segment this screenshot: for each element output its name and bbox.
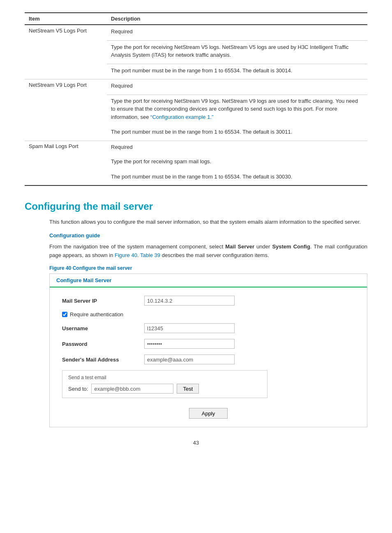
data-table: Item Description NetStream V5 Logs Port …	[25, 12, 367, 186]
username-row: Username	[62, 323, 355, 333]
table39-link[interactable]: Table 39	[140, 252, 160, 258]
row-desc-spam-1: Required	[107, 141, 367, 155]
row-desc-spam-2: Type the port for receiving spam mail lo…	[107, 155, 367, 170]
guide-bold2: System Config	[272, 243, 310, 250]
sender-input[interactable]	[144, 355, 235, 364]
mail-server-ip-row: Mail Server IP	[62, 296, 355, 306]
test-group-title: Send a test email	[68, 375, 261, 380]
send-to-input[interactable]	[91, 384, 173, 394]
password-row: Password	[62, 339, 355, 349]
test-email-row: Send to: Test	[68, 384, 261, 394]
row-desc-v9-2: Type the port for receiving NetStream V9…	[107, 95, 367, 125]
guide-text-after3: describes the mail server configuration …	[160, 252, 269, 258]
require-auth-label: Require authentication	[70, 311, 123, 317]
require-auth-checkbox[interactable]	[62, 312, 67, 317]
send-to-label: Send to:	[68, 386, 88, 392]
col-item-header: Item	[25, 13, 107, 25]
row-desc-spam-3: The port number must be in the range fro…	[107, 170, 367, 186]
row-item-spam: Spam Mail Logs Port	[25, 141, 107, 185]
password-input[interactable]	[144, 339, 235, 349]
apply-row: Apply	[62, 408, 355, 419]
section-heading: Configuring the mail server	[25, 201, 367, 212]
page-number: 43	[25, 440, 367, 446]
guide-text-after2: .	[137, 252, 140, 258]
sender-row: Sender's Mail Address	[62, 355, 355, 364]
figure40-link[interactable]: Figure 40	[115, 252, 137, 258]
row-desc-v9-3: The port number must be in the range fro…	[107, 125, 367, 141]
require-auth-row: Require authentication	[62, 311, 355, 317]
test-email-group: Send a test email Send to: Test	[62, 370, 267, 398]
guide-text: From the navigation tree of the system m…	[49, 243, 367, 260]
row-item-v9: NetStream V9 Logs Port	[25, 79, 107, 141]
table-row: NetStream V9 Logs Port Required	[25, 79, 367, 95]
table-row: NetStream V5 Logs Port Required	[25, 25, 367, 40]
mail-server-ip-label: Mail Server IP	[62, 298, 144, 304]
guide-bold1: Mail Server	[225, 243, 254, 250]
username-label: Username	[62, 325, 144, 331]
username-input[interactable]	[144, 323, 235, 333]
mail-server-ip-input[interactable]	[144, 296, 235, 306]
apply-button[interactable]: Apply	[189, 408, 228, 419]
row-item-v5: NetStream V5 Logs Port	[25, 25, 107, 79]
section-body: This function allows you to configure th…	[49, 218, 367, 227]
mail-server-body: Mail Server IP Require authentication Us…	[50, 287, 367, 427]
col-desc-header: Description	[107, 13, 367, 25]
guide-text-before: From the navigation tree of the system m…	[49, 243, 225, 250]
guide-text-mid: under	[254, 243, 272, 250]
password-label: Password	[62, 341, 144, 347]
table-row: Spam Mail Logs Port Required	[25, 141, 367, 155]
test-button[interactable]: Test	[177, 384, 199, 394]
mail-server-header: Configure Mail Server	[50, 274, 367, 287]
mail-server-ui: Configure Mail Server Mail Server IP Req…	[49, 273, 367, 427]
row-desc-v5-1: Required	[107, 25, 367, 40]
config-example-link[interactable]: “Configuration example 1.”	[150, 114, 213, 120]
row-desc-v9-1: Required	[107, 79, 367, 95]
sender-label: Sender's Mail Address	[62, 357, 144, 363]
row-desc-v5-2: Type the port for receiving NetStream V5…	[107, 40, 367, 64]
row-desc-v5-3: The port number must be in the range fro…	[107, 64, 367, 79]
figure-caption: Figure 40 Configure the mail server	[49, 265, 367, 271]
sub-heading: Configuration guide	[49, 232, 367, 239]
